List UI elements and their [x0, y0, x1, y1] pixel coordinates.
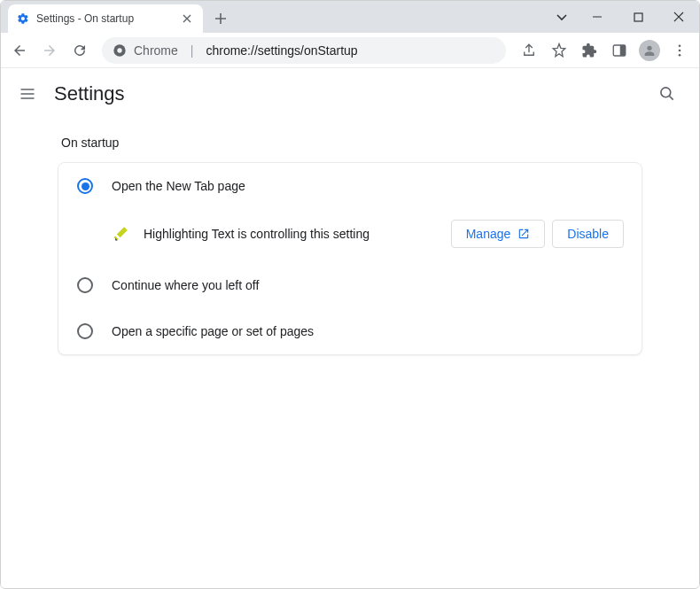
disable-label: Disable	[567, 227, 609, 241]
forward-button[interactable]	[36, 37, 63, 64]
external-link-icon	[517, 228, 530, 240]
maximize-button[interactable]	[618, 1, 658, 33]
share-icon[interactable]	[515, 36, 543, 65]
gear-icon	[17, 12, 29, 25]
radio-continue[interactable]: Continue where you left off	[58, 262, 642, 308]
new-tab-button[interactable]	[208, 6, 233, 31]
side-panel-icon[interactable]	[605, 36, 634, 65]
extension-controlled-notice: Highlighting Text is controlling this se…	[58, 209, 642, 262]
tab-title: Settings - On startup	[36, 12, 173, 25]
bookmark-icon[interactable]	[545, 36, 573, 65]
close-tab-icon[interactable]	[180, 12, 194, 26]
browser-window: Settings - On startup	[0, 0, 700, 589]
browser-tab[interactable]: Settings - On startup	[8, 4, 203, 33]
radio-selected-icon	[77, 178, 93, 194]
chrome-icon	[113, 43, 127, 58]
on-startup-section: On startup Open the New Tab page Highlig…	[40, 136, 660, 355]
radio-unselected-icon	[77, 277, 93, 293]
menu-icon[interactable]	[665, 36, 694, 65]
manage-label: Manage	[466, 227, 511, 241]
manage-button[interactable]: Manage	[451, 220, 546, 248]
search-settings-icon[interactable]	[651, 78, 683, 110]
titlebar: Settings - On startup	[1, 1, 699, 33]
radio-label: Open the New Tab page	[112, 179, 245, 193]
tab-search-icon[interactable]	[547, 1, 577, 33]
svg-point-7	[679, 53, 681, 56]
svg-point-5	[679, 44, 681, 47]
startup-card: Open the New Tab page Highlighting Text …	[58, 162, 642, 355]
disable-button[interactable]: Disable	[552, 220, 624, 248]
radio-specific-pages[interactable]: Open a specific page or set of pages	[58, 308, 642, 354]
extensions-icon[interactable]	[575, 36, 603, 65]
svg-rect-4	[620, 45, 626, 56]
svg-rect-0	[634, 13, 642, 21]
radio-unselected-icon	[77, 323, 93, 339]
svg-point-2	[117, 48, 121, 52]
radio-label: Open a specific page or set of pages	[112, 324, 314, 338]
back-button[interactable]	[6, 37, 33, 64]
svg-point-6	[679, 49, 681, 51]
svg-point-8	[661, 88, 671, 97]
radio-label: Continue where you left off	[112, 278, 259, 292]
omnibox-scheme: Chrome	[134, 43, 178, 58]
window-controls	[547, 1, 699, 33]
settings-header: Settings	[1, 68, 699, 120]
browser-toolbar: Chrome | chrome://settings/onStartup	[1, 33, 699, 68]
radio-open-new-tab[interactable]: Open the New Tab page	[58, 163, 642, 209]
controlled-text: Highlighting Text is controlling this se…	[144, 227, 437, 241]
page-title: Settings	[54, 82, 125, 105]
hamburger-menu-icon[interactable]	[17, 83, 38, 105]
omnibox-url: chrome://settings/onStartup	[206, 43, 357, 58]
close-window-button[interactable]	[658, 1, 699, 33]
address-bar[interactable]: Chrome | chrome://settings/onStartup	[102, 37, 506, 64]
highlighter-icon	[112, 225, 129, 243]
reload-button[interactable]	[66, 37, 93, 64]
section-title: On startup	[58, 136, 642, 150]
minimize-button[interactable]	[577, 1, 618, 33]
omnibox-divider: |	[191, 43, 194, 58]
page-content: Settings On startup Open the New Tab pag…	[1, 68, 699, 588]
profile-avatar[interactable]	[635, 36, 664, 65]
